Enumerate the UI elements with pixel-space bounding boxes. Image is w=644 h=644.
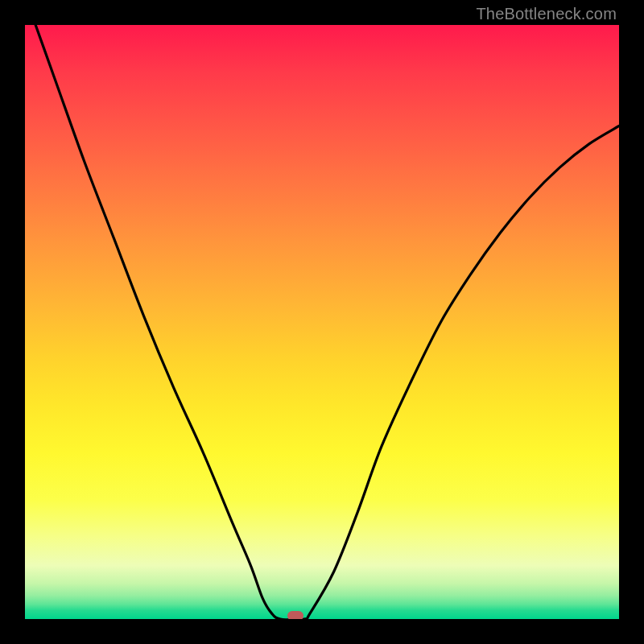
bottleneck-curve <box>25 25 619 619</box>
plot-area <box>25 25 619 619</box>
chart-canvas: TheBottleneck.com <box>0 0 644 644</box>
watermark-text: TheBottleneck.com <box>476 5 617 23</box>
optimal-point-marker <box>287 611 303 619</box>
